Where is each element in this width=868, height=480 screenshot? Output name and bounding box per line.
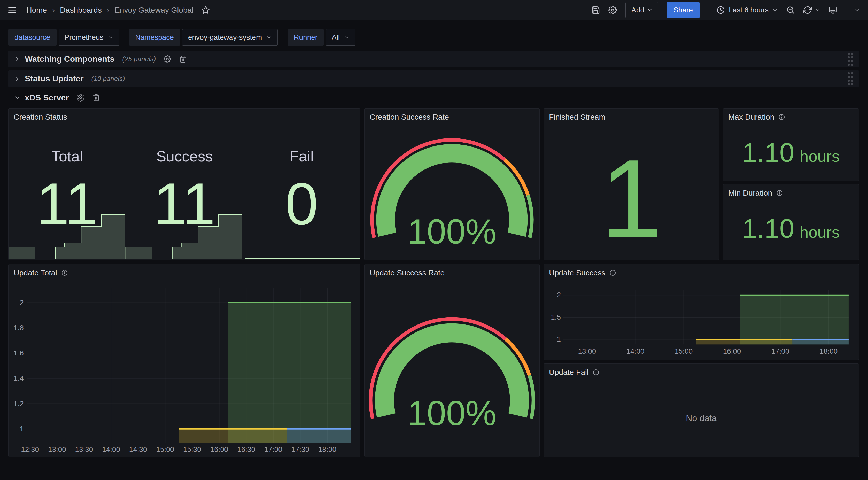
time-range-picker[interactable]: Last 6 hours — [716, 6, 778, 14]
share-button[interactable]: Share — [667, 2, 700, 18]
grafana-dashboard: Home › Dashboards › Envoy Gateway Global… — [0, 0, 868, 480]
svg-text:15:00: 15:00 — [675, 347, 693, 355]
row-delete-trash-icon[interactable] — [179, 55, 187, 63]
datasource-select[interactable]: Prometheus — [59, 29, 119, 46]
menu-icon[interactable] — [7, 5, 17, 15]
svg-text:16:00: 16:00 — [210, 445, 228, 453]
svg-text:1: 1 — [557, 335, 561, 343]
creation-status-sparklines — [8, 109, 360, 260]
row-title[interactable]: Watching Components — [25, 54, 115, 64]
row-title[interactable]: Status Updater — [25, 74, 84, 84]
info-icon[interactable] — [778, 114, 785, 120]
chevron-right-icon[interactable] — [14, 76, 21, 82]
chevron-down-icon[interactable] — [14, 94, 21, 101]
row-settings-gear-icon[interactable] — [163, 55, 171, 63]
stat-value: 1.10 — [742, 215, 795, 242]
panel-update-success: Update Success 13:0014:0015:0016:0017:00… — [544, 264, 859, 360]
row-xds-server: xDS Server — [8, 90, 241, 105]
row-settings-gear-icon[interactable] — [77, 94, 85, 101]
time-range-label: Last 6 hours — [729, 6, 769, 14]
svg-text:100%: 100% — [407, 212, 496, 251]
svg-text:17:30: 17:30 — [291, 445, 309, 453]
add-button[interactable]: Add — [625, 2, 658, 18]
tv-kiosk-icon[interactable] — [829, 6, 837, 14]
breadcrumb-separator: › — [52, 6, 55, 14]
info-icon[interactable] — [610, 269, 616, 276]
variable-label: Namespace — [129, 29, 180, 46]
panel-creation-success-rate: Creation Success Rate 100% — [364, 108, 540, 260]
svg-text:16:30: 16:30 — [237, 445, 255, 453]
panel-title[interactable]: Update Fail — [549, 368, 599, 377]
dashboard-settings-icon[interactable] — [609, 6, 617, 14]
stat-value: 1.10 — [742, 139, 795, 166]
panel-title[interactable]: Max Duration — [728, 113, 785, 121]
update-total-chart[interactable]: 12:3013:0013:3014:0014:3015:0015:3016:00… — [8, 264, 360, 457]
svg-text:14:00: 14:00 — [626, 347, 645, 355]
svg-text:16:00: 16:00 — [723, 347, 741, 355]
panel-creation-status: Creation Status Total 11 Success 11 Fail… — [8, 108, 361, 260]
row-status-updater: Status Updater (10 panels) — [8, 70, 859, 87]
runner-select[interactable]: All — [326, 29, 355, 46]
svg-text:12:30: 12:30 — [21, 445, 39, 453]
svg-text:18:00: 18:00 — [318, 445, 336, 453]
update-success-chart[interactable]: 13:0014:0015:0016:0017:0018:0011.52 — [544, 264, 859, 360]
row-drag-handle[interactable] — [847, 72, 853, 85]
svg-text:17:00: 17:00 — [264, 445, 282, 453]
svg-text:18:00: 18:00 — [820, 347, 838, 355]
favorite-star-icon[interactable] — [201, 6, 210, 14]
chevron-down-icon — [772, 7, 778, 13]
info-icon[interactable] — [61, 269, 68, 276]
panel-update-fail: Update Fail No data — [544, 363, 859, 457]
panel-title[interactable]: Creation Status — [14, 113, 67, 121]
breadcrumb-home[interactable]: Home — [26, 6, 47, 14]
svg-text:1.8: 1.8 — [14, 324, 24, 332]
info-icon[interactable] — [776, 190, 783, 196]
success-rate-gauge: 100% — [365, 109, 539, 260]
runner-value: All — [332, 33, 340, 41]
chevron-down-icon — [266, 35, 272, 40]
row-delete-trash-icon[interactable] — [92, 94, 100, 101]
chevron-down-icon — [344, 35, 349, 40]
svg-text:15:30: 15:30 — [183, 445, 201, 453]
namespace-select[interactable]: envoy-gateway-system — [182, 29, 278, 46]
variable-namespace: Namespace envoy-gateway-system — [129, 29, 278, 46]
add-button-label: Add — [631, 6, 644, 14]
share-button-label: Share — [674, 6, 693, 14]
panel-title[interactable]: Update Success Rate — [370, 268, 444, 277]
refresh-control[interactable] — [803, 6, 820, 14]
chevron-down-icon — [815, 7, 820, 13]
stat-unit: hours — [800, 147, 840, 166]
variable-runner: Runner All — [287, 29, 355, 46]
svg-text:1: 1 — [20, 425, 24, 433]
svg-text:14:30: 14:30 — [129, 445, 147, 453]
panel-update-total: Update Total 12:3013:0013:3014:0014:3015… — [8, 264, 361, 457]
zoom-out-icon[interactable] — [786, 6, 795, 14]
panel-max-duration: Max Duration 1.10 hours — [723, 108, 859, 181]
panel-title[interactable]: Update Success — [549, 268, 616, 277]
variables-bar: datasource Prometheus Namespace envoy-ga… — [8, 29, 355, 46]
panel-title[interactable]: Update Total — [14, 268, 68, 277]
svg-text:100%: 100% — [407, 394, 496, 433]
collapse-navbar-icon[interactable] — [854, 7, 861, 13]
chevron-right-icon[interactable] — [14, 56, 21, 62]
info-icon[interactable] — [593, 369, 599, 376]
row-title[interactable]: xDS Server — [25, 93, 69, 102]
nav-actions: Add Share Last 6 hours — [591, 2, 861, 18]
variable-label: datasource — [8, 29, 57, 46]
panel-title[interactable]: Finished Stream — [549, 113, 605, 121]
stat-unit: hours — [800, 223, 840, 241]
row-panel-count: (10 panels) — [91, 74, 125, 83]
row-drag-handle[interactable] — [847, 53, 853, 66]
divider — [845, 4, 846, 16]
success-rate-gauge: 100% — [365, 264, 539, 457]
breadcrumb-dashboards[interactable]: Dashboards — [60, 6, 102, 14]
svg-text:1.4: 1.4 — [14, 374, 24, 382]
svg-text:13:30: 13:30 — [75, 445, 93, 453]
panel-title[interactable]: Min Duration — [728, 188, 783, 198]
panel-title[interactable]: Creation Success Rate — [370, 113, 449, 121]
datasource-value: Prometheus — [65, 33, 103, 41]
svg-text:2: 2 — [557, 291, 561, 299]
refresh-icon — [803, 6, 812, 14]
row-panel-count: (25 panels) — [122, 55, 156, 63]
save-dashboard-icon[interactable] — [591, 6, 600, 14]
